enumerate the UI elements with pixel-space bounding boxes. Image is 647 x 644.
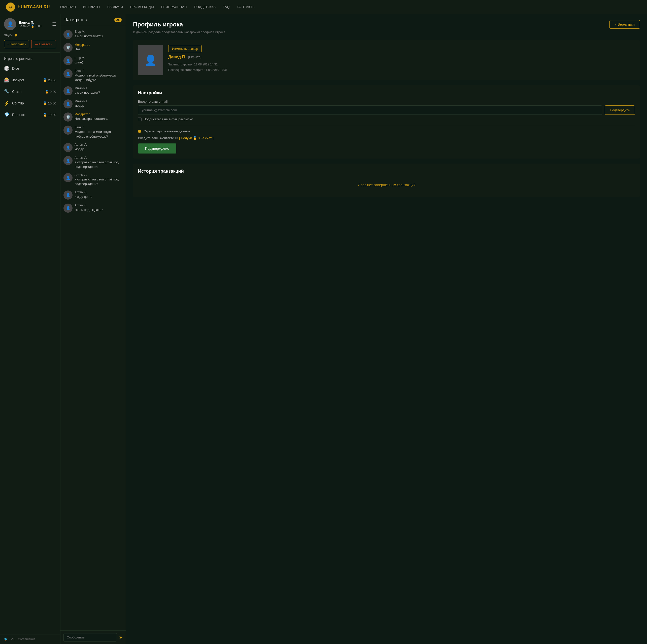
nav-nav-home[interactable]: ГЛАВНАЯ [60,5,76,9]
sidebar-item-roulette[interactable]: 💎 Roulette 🏅 19.00 [0,109,60,120]
hamburger-icon[interactable]: ☰ [52,21,56,27]
dice-icon: 🎲 [4,66,10,71]
nav-nav-support[interactable]: ПОДДЕРЖКА [194,5,216,9]
chat-badge: 25 [114,18,122,22]
chat-msg-content: Егор М. блин( [75,56,123,65]
chat-msg-text: Модератор, а мои когда–нибудь опубликуеш… [75,130,123,139]
user-info: 👤 Давид П. Баланс: 🏅 3.00 [4,18,42,30]
chat-msg-text: Модер, а мой опубликуешь когда–нибудь* [75,73,123,82]
chat-msg-author: Артём Л. [75,143,123,147]
subscribe-checkbox[interactable] [138,117,142,121]
chat-message: 👤 Егор М. а мои поставил?:3 [60,28,126,41]
chat-message: 👤 Артём Л. сколь надо ждать? [60,202,126,215]
chat-message: 👤 Егор М. блин( [60,54,126,67]
confirmed-button[interactable]: Подтверждено [138,144,176,154]
chat-msg-content: Ваня П. Модератор, а мои когда–нибудь оп… [75,126,123,139]
nav-nav-payouts[interactable]: ВЫПЛАТЫ [83,5,100,9]
game-mode-left: 🔧 Crash [4,89,21,94]
back-button[interactable]: ‹ Вернуться [609,20,640,29]
chat-msg-author: Максим П. [75,99,123,103]
chat-avatar: 👤 [64,204,73,213]
sidebar: 👤 Давид П. Баланс: 🏅 3.00 ☰ Звуки [0,14,60,644]
agreement-link[interactable]: Соглашение [18,637,35,641]
sounds-label: Звуки [4,33,13,37]
user-section: 👤 Давид П. Баланс: 🏅 3.00 ☰ Звуки [0,14,60,53]
chat-avatar: 👤 [64,56,73,65]
roulette-prize: 🏅 19.00 [43,113,56,117]
vk-bonus-link[interactable]: [ Получи 🏅 3 на счет ] [179,136,214,140]
logo-text: HUNTCASH.RU [18,5,50,9]
game-modes-list: 🎲 Dice 🎰 Jackpot 🏅 28.06 🔧 Crash 🏅 9.00 … [0,63,60,120]
sounds-row: Звуки [4,33,56,37]
chat-msg-author: Артём Л. [75,156,123,160]
chat-msg-author: Артём Л. [75,204,123,207]
action-buttons: + Пополнить — Вывести [4,40,56,48]
chat-avatar: 👤 [64,173,73,182]
chat-msg-content: Ваня П. Модер, а мой опубликуешь когда–н… [75,69,123,82]
chat-avatar: 👤 [64,99,73,108]
main-layout: 👤 Давид П. Баланс: 🏅 3.00 ☰ Звуки [0,14,647,644]
avatar: 👤 [4,18,16,30]
registered-date: Зарегистрирован: 11.08.2019 14:31 [168,62,635,67]
last-auth-date: Последняя авторизация: 11.08.2019 14:31 [168,67,635,73]
chat-message: 👤 Ваня П. Модер, а мой опубликуешь когда… [60,67,126,84]
chat-msg-text: я отправил на свой gmail код подтвержден… [75,177,123,186]
no-transactions-label: У вас нет завершённых транзакций [138,178,635,192]
coinflip-prize: 🏅 10.00 [43,101,56,105]
chat-send-button[interactable]: ➤ [119,635,123,640]
settings-section: Настройки Введите ваш e-mail Подтвердить… [133,85,640,159]
chat-input[interactable] [64,633,117,641]
logo[interactable]: ⊙ HUNTCASH.RU [6,3,50,12]
withdraw-button[interactable]: — Вывести [31,40,56,48]
deposit-button[interactable]: + Пополнить [4,40,29,48]
chat-message: 👤 Артём Л. и жду долго [60,188,126,202]
change-avatar-button[interactable]: Изменить аватар [168,45,202,52]
hide-toggle[interactable] [138,130,141,133]
sidebar-item-coinflip[interactable]: ⚡ Coinflip 🏅 10.00 [0,97,60,109]
sidebar-item-crash[interactable]: 🔧 Crash 🏅 9.00 [0,86,60,97]
nav-nav-contacts[interactable]: КОНТАКТЫ [237,5,256,9]
profile-title: Профиль игрока [133,21,183,28]
sidebar-footer: 🐦 VK Соглашение [0,634,60,644]
profile-card: 👤 Изменить аватар Давид П. [Скрыто] Заре… [133,40,640,80]
crash-prize: 🏅 9.00 [45,90,56,94]
sidebar-item-jackpot[interactable]: 🎰 Jackpot 🏅 28.06 [0,74,60,86]
subscribe-row: Подписаться на e-mail рассылку [138,117,635,121]
profile-photo: 👤 [138,45,163,75]
chat-messages: 👤 Егор М. а мои поставил?:3 🛡️ Модератор… [60,26,126,630]
user-details: Давид П. Баланс: 🏅 3.00 [19,20,42,28]
profile-details: Изменить аватар Давид П. [Скрыто] Зареги… [168,45,635,75]
chat-avatar: 👤 [64,190,73,199]
subscribe-label: Подписаться на e-mail рассылку [144,117,193,121]
chat-avatar: 🛡️ [64,112,73,122]
sound-toggle-dot[interactable] [15,34,17,36]
twitter-icon[interactable]: 🐦 [4,637,8,641]
chat-avatar: 👤 [64,156,73,165]
nav-nav-giveaways[interactable]: РАЗДАЧИ [107,5,123,9]
main-content: Профиль игрока ‹ Вернуться В данном разд… [126,14,647,644]
nav-nav-promo[interactable]: ПРОМО КОДЫ [130,5,154,9]
chat-msg-author: Ваня П. [75,69,123,73]
game-mode-left: 🎲 Dice [4,66,19,71]
chat-msg-author: Модератор [75,112,123,116]
game-mode-left: 🎰 Jackpot [4,77,24,83]
back-label: Вернуться [618,22,635,26]
nav-nav-faq[interactable]: FAQ [223,5,230,9]
chat-avatar: 👤 [64,69,73,78]
confirm-email-button[interactable]: Подтвердить [605,105,635,115]
chat-message: 👤 Артём Л. модер [60,141,126,154]
nav-links: ГЛАВНАЯВЫПЛАТЫРАЗДАЧИПРОМО КОДЫРЕФЕРАЛЬН… [60,5,256,9]
chat-msg-author: Ваня П. [75,126,123,129]
email-input[interactable] [138,105,602,115]
nav-nav-referral[interactable]: РЕФЕРАЛЬНАЯ [161,5,187,9]
game-mode-left: 💎 Roulette [4,112,25,117]
sidebar-item-dice[interactable]: 🎲 Dice [0,63,60,74]
chat-msg-content: Модератор Нет. [75,43,123,52]
chat-msg-text: я отправил на свой gmail код подтвержден… [75,160,123,169]
roulette-icon: 💎 [4,112,10,117]
chat-message: 👤 Максим П. а мои поставил? [60,84,126,97]
chat-header: Чат игроков 25 [60,14,126,26]
back-chevron-icon: ‹ [615,22,616,26]
chat-avatar: 👤 [64,86,73,95]
vk-icon[interactable]: VK [11,637,15,641]
